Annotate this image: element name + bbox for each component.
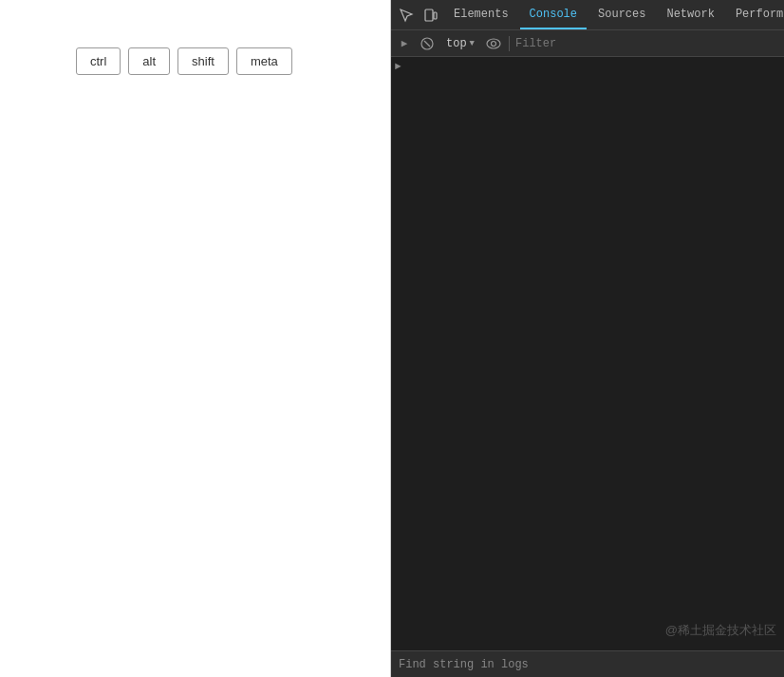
top-context-label: top (446, 37, 467, 50)
main-content-panel: ctrl alt shift meta (0, 0, 391, 677)
devtools-bottom-bar: Find string in logs (391, 650, 784, 677)
svg-rect-1 (434, 12, 437, 19)
top-context-dropdown[interactable]: top ▼ (440, 35, 480, 52)
console-output-area: ► (391, 57, 784, 650)
clear-console-icon[interactable] (418, 34, 437, 53)
devtools-panel: Elements Console Sources Network Perform… (391, 0, 784, 677)
svg-rect-0 (425, 9, 433, 21)
svg-point-5 (492, 41, 496, 46)
tab-elements[interactable]: Elements (444, 0, 518, 29)
svg-point-4 (487, 39, 500, 48)
key-buttons-row: ctrl alt shift meta (0, 0, 390, 75)
shift-button[interactable]: shift (177, 47, 229, 75)
devtools-tabs-bar: Elements Console Sources Network Perform… (391, 0, 784, 30)
console-toolbar: ▶ top ▼ (391, 30, 784, 57)
inspect-icon[interactable] (395, 4, 418, 27)
expand-icon[interactable]: ▶ (395, 34, 414, 53)
console-line-1: ► (391, 59, 784, 76)
meta-button[interactable]: meta (236, 47, 292, 75)
console-expand-icon[interactable]: ► (395, 60, 401, 72)
tab-console[interactable]: Console (520, 0, 587, 29)
filter-input[interactable] (515, 37, 780, 50)
chevron-down-icon: ▼ (470, 39, 475, 48)
eye-filter-icon[interactable] (484, 34, 503, 53)
filter-divider (509, 36, 510, 51)
device-toolbar-icon[interactable] (420, 4, 442, 27)
tab-sources[interactable]: Sources (588, 0, 655, 29)
find-string-label: Find string in logs (399, 658, 529, 671)
tab-network[interactable]: Network (657, 0, 723, 29)
svg-line-3 (424, 41, 430, 47)
alt-button[interactable]: alt (128, 47, 170, 75)
tab-performance[interactable]: Performa (726, 0, 784, 29)
ctrl-button[interactable]: ctrl (76, 47, 121, 75)
filter-container (515, 37, 780, 50)
